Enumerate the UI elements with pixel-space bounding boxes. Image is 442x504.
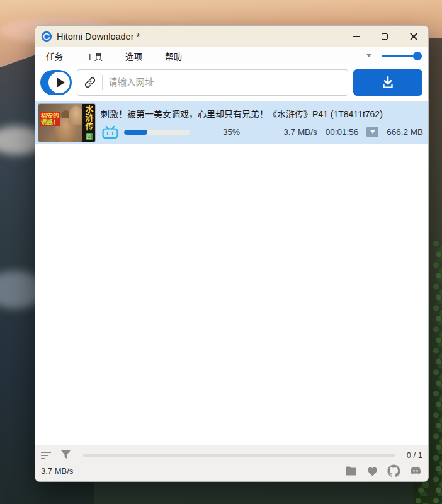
speed-limit-slider[interactable]	[382, 52, 422, 60]
filter-icon[interactable]	[60, 450, 71, 461]
download-title: 刺激！被第一美女调戏，心里却只有兄弟！《水浒传》P41 (1T8411t762)	[101, 107, 423, 120]
input-divider	[102, 75, 103, 90]
titlebar: Hitomi Downloader *	[35, 26, 428, 47]
window-title: Hitomi Downloader *	[57, 32, 140, 42]
menubar: 任务 工具 选项 帮助	[35, 47, 428, 64]
sort-icon[interactable]	[41, 452, 52, 459]
overall-progress-bar	[83, 454, 395, 457]
slider-knob[interactable]	[413, 52, 422, 60]
minimize-icon	[353, 36, 360, 37]
video-thumbnail: 招安的 诱惑！ 水浒传 四	[38, 103, 96, 142]
github-icon[interactable]	[387, 464, 400, 478]
url-input-box[interactable]	[77, 69, 348, 96]
link-icon	[84, 76, 96, 89]
download-time: 00:01:56	[326, 127, 359, 137]
download-speed: 3.7 MB/s	[283, 127, 317, 137]
menu-help[interactable]: 帮助	[163, 49, 184, 64]
download-button[interactable]	[353, 69, 422, 96]
download-list: 招安的 诱惑！ 水浒传 四 刺激！被第一美女调戏，心里却只有兄弟！《水浒传》P4…	[35, 100, 428, 445]
url-toolbar	[35, 64, 428, 100]
close-icon	[410, 33, 417, 40]
bilibili-icon	[101, 125, 120, 139]
menu-options[interactable]: 选项	[123, 49, 144, 64]
app-logo-icon	[41, 31, 52, 42]
maximize-icon	[382, 33, 388, 40]
total-speed: 3.7 MB/s	[41, 466, 73, 476]
item-progress-bar	[124, 130, 190, 135]
play-icon	[48, 72, 70, 93]
window-controls	[341, 26, 428, 47]
thumbnail-side-banner: 水浒传 四	[82, 104, 95, 142]
heart-icon[interactable]	[366, 464, 379, 478]
start-downloads-toggle[interactable]	[40, 70, 72, 95]
app-window: Hitomi Downloader * 任务 工具 选项 帮助	[35, 25, 429, 482]
downloading-state-icon	[366, 127, 378, 137]
statusbar: 0 / 1 3.7 MB/s	[35, 445, 428, 481]
discord-icon[interactable]	[409, 464, 422, 478]
close-button[interactable]	[399, 26, 428, 47]
folder-icon[interactable]	[344, 464, 358, 478]
download-size: 666.2 MB	[387, 127, 423, 137]
download-status-line: 35% 3.7 MB/s 00:01:56 666.2 MB	[101, 125, 423, 139]
minimize-button[interactable]	[341, 26, 370, 47]
menu-tools[interactable]: 工具	[84, 49, 105, 64]
chevron-down-icon[interactable]	[366, 54, 371, 57]
item-progress-fill	[124, 130, 147, 135]
maximize-button[interactable]	[370, 26, 399, 47]
download-counter: 0 / 1	[407, 450, 422, 460]
progress-percent: 35%	[223, 127, 240, 137]
download-row[interactable]: 招安的 诱惑！ 水浒传 四 刺激！被第一美女调戏，心里却只有兄弟！《水浒传》P4…	[35, 101, 428, 144]
thumbnail-caption: 招安的 诱惑！	[40, 112, 60, 126]
menu-tasks[interactable]: 任务	[44, 49, 65, 64]
url-input[interactable]	[108, 77, 341, 88]
download-icon	[380, 74, 396, 91]
